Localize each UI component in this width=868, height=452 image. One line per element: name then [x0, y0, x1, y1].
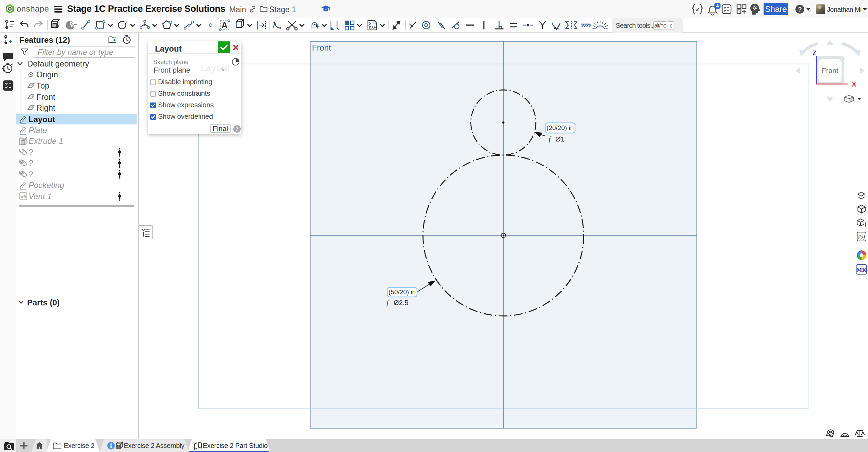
- svg-text:}: }: [865, 222, 867, 227]
- svg-text:?: ?: [28, 158, 33, 168]
- svg-text:(20/20) in: (20/20) in: [547, 124, 574, 131]
- svg-text:Default geometry: Default geometry: [27, 59, 89, 68]
- svg-text:(50/20) in: (50/20) in: [389, 288, 416, 296]
- svg-text:MK: MK: [856, 267, 867, 273]
- svg-text:Ø1: Ø1: [555, 135, 565, 143]
- svg-text:f(x): f(x): [858, 234, 865, 240]
- svg-text:Z: Z: [812, 49, 816, 57]
- svg-text:Ø2.5: Ø2.5: [394, 299, 408, 306]
- svg-text:Pocketing: Pocketing: [28, 181, 64, 190]
- svg-text:A: A: [221, 20, 228, 30]
- svg-text:DXF: DXF: [369, 25, 376, 29]
- svg-text:Top: Top: [36, 81, 50, 90]
- svg-text:Plate: Plate: [28, 126, 47, 135]
- svg-text:Ve: Ve: [20, 194, 26, 199]
- svg-text:Right: Right: [36, 103, 55, 112]
- svg-text:?: ?: [798, 6, 802, 13]
- svg-text:X: X: [852, 80, 856, 88]
- svg-text:Front: Front: [822, 67, 838, 74]
- svg-text:Extrude 1: Extrude 1: [28, 136, 63, 146]
- svg-text:Vent 1: Vent 1: [28, 192, 52, 201]
- svg-text:Origin: Origin: [36, 70, 58, 79]
- svg-text:4: 4: [716, 3, 719, 8]
- svg-text:Front: Front: [312, 43, 331, 52]
- svg-text:Front: Front: [36, 92, 55, 101]
- svg-text:?: ?: [28, 170, 33, 179]
- svg-text:Layout: Layout: [28, 115, 55, 124]
- svg-text:?: ?: [28, 148, 33, 157]
